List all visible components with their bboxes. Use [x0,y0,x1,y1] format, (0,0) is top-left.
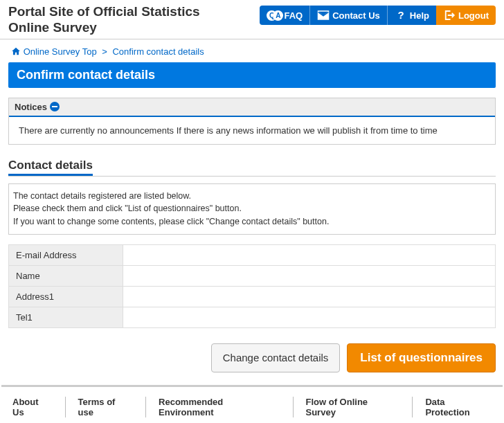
nav-help-label: Help [410,10,429,21]
contact-details-heading: Contact details [8,159,93,176]
row-label: E-mail Address [9,244,123,265]
help-icon: ? [395,9,407,21]
row-label: Tel1 [9,307,123,327]
nav-logout-label: Logout [458,10,489,21]
mail-icon [317,9,330,21]
table-row: Tel1 [9,307,496,327]
button-row: Change contact details List of questionn… [8,343,496,372]
row-label: Name [9,265,123,286]
top-nav: QA FAQ Contact Us ? Help Logout [260,6,496,25]
qa-icon: QA [267,10,281,21]
row-value [123,307,496,327]
page-title: Confirm contact details [8,62,496,88]
contact-info-box: The contact details registered are liste… [8,183,496,235]
nav-contact[interactable]: Contact Us [309,6,387,25]
site-title: Portal Site of Official Statistics Onlin… [8,4,200,36]
footer-links: About Us Terms of use Recommended Enviro… [0,387,504,423]
info-line: The contact details registered are liste… [13,190,491,203]
row-value [123,265,496,286]
row-label: Address1 [9,286,123,307]
svg-text:?: ? [397,9,404,21]
info-line: Please check them and click "List of que… [13,202,491,215]
footer-link-terms[interactable]: Terms of use [66,397,147,417]
site-title-line2: Online Survey [8,20,97,35]
notices-panel: Notices There are currently no announcem… [8,98,496,145]
site-title-line1: Portal Site of Official Statistics [8,4,200,19]
footer-link-data[interactable]: Data Protection [413,397,504,417]
table-row: E-mail Address [9,244,496,265]
footer-link-about[interactable]: About Us [0,397,66,417]
nav-contact-label: Contact Us [332,10,380,21]
change-contact-details-button[interactable]: Change contact details [211,343,341,372]
row-value [123,244,496,265]
breadcrumb-current[interactable]: Confirm contact details [112,46,204,57]
breadcrumb-home[interactable]: Online Survey Top [24,46,97,57]
footer-link-env[interactable]: Recommended Environment [146,397,293,417]
logout-icon [443,9,456,21]
nav-help[interactable]: ? Help [387,6,436,25]
table-row: Name [9,265,496,286]
nav-logout[interactable]: Logout [436,6,496,25]
collapse-icon[interactable] [50,102,60,111]
breadcrumb: Online Survey Top > Confirm contact deta… [8,39,496,62]
notices-body: There are currently no announcements If … [9,117,495,144]
table-row: Address1 [9,286,496,307]
header: Portal Site of Official Statistics Onlin… [0,0,504,39]
footer-link-flow[interactable]: Flow of Online Survey [294,397,413,417]
nav-faq[interactable]: QA FAQ [260,6,309,25]
notices-header[interactable]: Notices [9,98,495,117]
nav-faq-label: FAQ [284,10,303,21]
contact-details-table: E-mail Address Name Address1 Tel1 [8,244,496,328]
row-value [123,286,496,307]
home-icon [11,46,21,56]
notices-heading: Notices [15,102,47,112]
list-of-questionnaires-button[interactable]: List of questionnaires [347,343,496,372]
info-line: If you want to change some contents, ple… [13,215,491,228]
breadcrumb-separator: > [102,46,107,57]
